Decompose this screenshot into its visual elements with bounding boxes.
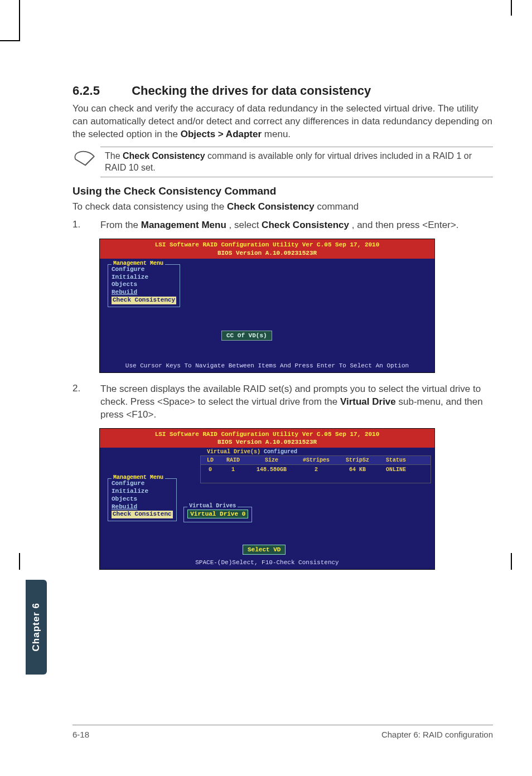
footer-title: Chapter 6: RAID configuration	[381, 730, 493, 739]
bios-screenshot-1: LSI Software RAID Configuration Utility …	[99, 239, 435, 373]
page-number: 6-18	[72, 730, 89, 739]
management-menu: Management Menu Configure Initialize Obj…	[108, 264, 180, 307]
crop-mark	[0, 40, 20, 41]
subsection-heading: Using the Check Consistency Command	[72, 185, 493, 197]
menu-item-initialize[interactable]: Initialize	[112, 274, 176, 282]
menu-item-rebuild[interactable]: Rebuild	[112, 289, 176, 297]
bios-title: LSI Software RAID Configuration Utility …	[102, 430, 432, 438]
menu-item-check-consistency[interactable]: Check Consistency	[112, 297, 176, 304]
step-1: 1. From the Management Menu , select Che…	[72, 219, 493, 232]
col-ld: LD	[201, 457, 220, 463]
menu-item-configure[interactable]: Configure	[112, 266, 176, 274]
select-vd-box: Select VD	[243, 545, 286, 555]
section-title: Checking the drives for data consistency	[132, 84, 371, 98]
col-status: Status	[379, 457, 413, 463]
bios-screenshot-2: LSI Software RAID Configuration Utility …	[99, 428, 435, 570]
crop-mark	[511, 553, 512, 570]
menu-item-check-consistency[interactable]: Check Consistenc	[112, 511, 173, 518]
intro-paragraph: You can check and verify the accuracy of…	[72, 103, 493, 141]
table-row: 0 1 148.580GB 2 64 KB ONLINE	[200, 465, 431, 483]
divider	[100, 177, 493, 177]
col-stripes: #Stripes	[297, 457, 336, 463]
chapter-tab: Chapter 6	[26, 580, 47, 675]
crop-mark	[19, 553, 20, 570]
note-icon	[74, 151, 97, 167]
menu-item-rebuild[interactable]: Rebuild	[112, 503, 173, 511]
management-menu: Management Menu Configure Initialize Obj…	[108, 478, 177, 521]
bios-footer: Use Cursor Keys To Navigate Between Item…	[100, 360, 434, 372]
col-size: Size	[246, 457, 297, 463]
menu-item-objects[interactable]: Objects	[112, 281, 176, 289]
crop-mark	[511, 0, 512, 16]
col-raid: RAID	[220, 457, 246, 463]
col-stripsz: StripSz	[336, 457, 379, 463]
section-heading: 6.2.5 Checking the drives for data consi…	[72, 84, 493, 98]
page-footer: 6-18 Chapter 6: RAID configuration	[72, 725, 493, 739]
cc-of-vd-box: CC Of VD(s)	[221, 331, 272, 341]
crop-mark	[19, 0, 20, 41]
section-number: 6.2.5	[72, 84, 128, 98]
bios-footer: SPACE-(De)Select, F10-Check Consistency	[100, 557, 434, 569]
lead-paragraph: To check data consistency using the Chec…	[72, 201, 493, 214]
menu-item-initialize[interactable]: Initialize	[112, 488, 173, 496]
menu-item-configure[interactable]: Configure	[112, 480, 173, 488]
vd-configured-title: Virtual Drive(s) Configured	[207, 449, 297, 455]
vd-table: LD RAID Size #Stripes StripSz Status 0 1…	[200, 455, 431, 483]
step-2: 2. The screen displays the available RAI…	[72, 383, 493, 421]
bios-subtitle: BIOS Version A.10.09231523R	[102, 438, 432, 446]
virtual-drives-menu: Virtual Drives Virtual Drive 0	[183, 507, 252, 522]
menu-item-objects[interactable]: Objects	[112, 496, 173, 503]
virtual-drive-0[interactable]: Virtual Drive 0	[187, 510, 248, 518]
bios-subtitle: BIOS Version A.10.09231523R	[102, 249, 432, 257]
note-text: The Check Consistency command is availab…	[105, 151, 493, 174]
note: The Check Consistency command is availab…	[74, 151, 493, 174]
bios-title: LSI Software RAID Configuration Utility …	[102, 241, 432, 249]
divider	[100, 147, 493, 147]
